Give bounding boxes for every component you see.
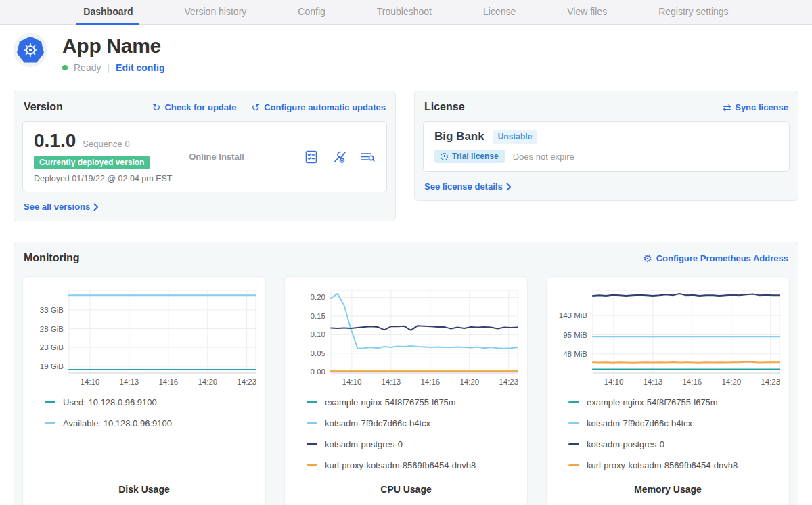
tab-config[interactable]: Config [291, 0, 332, 25]
svg-text:14:10: 14:10 [342, 378, 362, 386]
status-text: Ready [74, 62, 101, 73]
config-wrench-icon[interactable] [331, 150, 347, 164]
memory-usage-legend: example-nginx-54f8f76755-l675mkotsadm-7f… [555, 397, 781, 481]
tab-view-files[interactable]: View files [560, 0, 614, 25]
disk-usage-chart: 14:1014:1314:1614:2014:2319 GiB23 GiB28 … [31, 285, 258, 392]
svg-text:14:13: 14:13 [381, 378, 401, 386]
svg-text:19 GiB: 19 GiB [40, 362, 64, 370]
legend-swatch-icon [45, 422, 55, 424]
legend-label: kurl-proxy-kotsadm-8569fb6454-dnvh8 [325, 460, 476, 470]
edit-config-link[interactable]: Edit config [116, 62, 164, 73]
customer-name: Big Bank [434, 130, 484, 144]
version-panel: Version ↻ Check for update ↺ Configure a… [14, 91, 396, 221]
svg-text:0.05: 0.05 [311, 349, 325, 357]
legend-label: example-nginx-54f8f76755-l675m [587, 397, 718, 408]
tab-version-history[interactable]: Version history [177, 0, 253, 25]
svg-text:14:23: 14:23 [761, 378, 780, 386]
channel-badge: Unstable [493, 130, 538, 144]
check-for-update-link[interactable]: ↻ Check for update [152, 102, 237, 112]
legend-swatch-icon [307, 422, 317, 424]
see-all-versions-link[interactable]: See all versions [24, 202, 99, 212]
sync-arrows-icon: ⇄ [723, 102, 731, 112]
version-number: 0.1.0 [34, 130, 76, 152]
tab-troubleshoot[interactable]: Troubleshoot [370, 0, 438, 25]
configure-prometheus-link[interactable]: ⚙ Configure Prometheus Address [643, 253, 788, 263]
sync-license-link[interactable]: ⇄ Sync license [723, 102, 788, 112]
svg-text:14:16: 14:16 [158, 378, 178, 386]
svg-text:0.15: 0.15 [311, 312, 325, 320]
app-logo [14, 33, 47, 67]
trial-license-label: Trial license [452, 152, 499, 161]
legend-label: kotsadm-7f9dc7d66c-b4tcx [325, 418, 430, 429]
memory-usage-chart-card: 14:1014:1314:1614:2014:2348 MiB95 MiB143… [546, 276, 790, 505]
kubernetes-icon [17, 37, 45, 64]
tab-license[interactable]: License [476, 0, 522, 25]
legend-swatch-icon [45, 401, 55, 403]
page-title: App Name [62, 35, 164, 58]
status-dot [62, 65, 68, 70]
legend-item: kotsadm-7f9dc7d66c-b4tcx [307, 418, 519, 429]
view-logs-icon[interactable] [359, 150, 376, 164]
configure-prometheus-label: Configure Prometheus Address [656, 253, 788, 263]
svg-text:0.10: 0.10 [311, 330, 325, 338]
chart-title: Disk Usage [31, 484, 257, 496]
legend-item: kotsadm-postgres-0 [307, 439, 519, 449]
configure-automatic-updates-link[interactable]: ↺ Configure automatic updates [252, 102, 386, 112]
refresh-icon: ↻ [152, 102, 161, 112]
app-header: App Name Ready | Edit config [14, 33, 798, 73]
legend-item: Used: 10.128.0.96:9100 [45, 397, 257, 408]
svg-text:14:10: 14:10 [81, 378, 100, 386]
see-license-details-label: See license details [424, 181, 503, 192]
sync-license-label: Sync license [735, 102, 788, 112]
tab-dashboard[interactable]: Dashboard [76, 0, 139, 25]
version-panel-title: Version [24, 101, 63, 113]
svg-text:28 GiB: 28 GiB [40, 325, 64, 333]
license-panel-title: License [424, 101, 465, 113]
license-panel: License ⇄ Sync license Big Bank Unstable… [414, 91, 798, 201]
legend-swatch-icon [568, 401, 579, 403]
check-for-update-label: Check for update [164, 102, 236, 112]
svg-text:14:16: 14:16 [682, 378, 702, 386]
svg-text:14:13: 14:13 [119, 378, 139, 386]
svg-text:14:20: 14:20 [198, 378, 217, 386]
disk-usage-chart-card: 14:1014:1314:1614:2014:2319 GiB23 GiB28 … [22, 276, 266, 505]
top-navigation: Dashboard Version history Config Trouble… [0, 0, 812, 25]
svg-text:14:23: 14:23 [237, 378, 256, 386]
configure-automatic-updates-label: Configure automatic updates [264, 102, 386, 112]
svg-text:14:20: 14:20 [721, 378, 741, 386]
svg-text:14:20: 14:20 [459, 378, 479, 386]
legend-label: kotsadm-postgres-0 [587, 439, 664, 449]
legend-swatch-icon [568, 464, 579, 466]
license-card: Big Bank Unstable Trial license Does not… [423, 121, 790, 172]
license-expiry: Does not expire [513, 152, 574, 162]
svg-text:14:10: 14:10 [604, 378, 624, 386]
gear-icon: ⚙ [643, 253, 652, 263]
svg-text:48 MiB: 48 MiB [563, 350, 587, 358]
chart-title: Memory Usage [555, 484, 781, 496]
legend-swatch-icon [568, 443, 579, 445]
divider: | [107, 62, 110, 73]
svg-text:0.20: 0.20 [311, 293, 325, 301]
trial-license-badge: Trial license [434, 150, 505, 163]
legend-swatch-icon [307, 464, 317, 466]
svg-text:14:23: 14:23 [499, 378, 518, 386]
version-sequence: Sequence 0 [83, 139, 129, 149]
svg-text:14:16: 14:16 [420, 378, 440, 386]
monitoring-panel: Monitoring ⚙ Configure Prometheus Addres… [14, 242, 798, 505]
cpu-usage-legend: example-nginx-54f8f76755-l675mkotsadm-7f… [293, 397, 519, 481]
legend-item: kurl-proxy-kotsadm-8569fb6454-dnvh8 [307, 460, 519, 470]
disk-usage-legend: Used: 10.128.0.96:9100Available: 10.128.… [31, 397, 257, 439]
legend-swatch-icon [307, 401, 317, 403]
legend-label: Used: 10.128.0.96:9100 [63, 397, 157, 408]
current-version-card: 0.1.0 Sequence 0 Currently deployed vers… [22, 121, 387, 192]
monitoring-title: Monitoring [24, 252, 80, 264]
svg-text:23 GiB: 23 GiB [40, 343, 64, 351]
legend-item: kotsadm-7f9dc7d66c-b4tcx [568, 418, 781, 429]
tab-registry-settings[interactable]: Registry settings [652, 0, 735, 25]
chart-title: CPU Usage [293, 484, 519, 496]
legend-label: kotsadm-7f9dc7d66c-b4tcx [587, 418, 692, 429]
preflight-checks-icon[interactable] [304, 150, 319, 164]
svg-text:143 MiB: 143 MiB [559, 311, 588, 320]
see-license-details-link[interactable]: See license details [424, 181, 512, 192]
legend-swatch-icon [568, 422, 579, 424]
